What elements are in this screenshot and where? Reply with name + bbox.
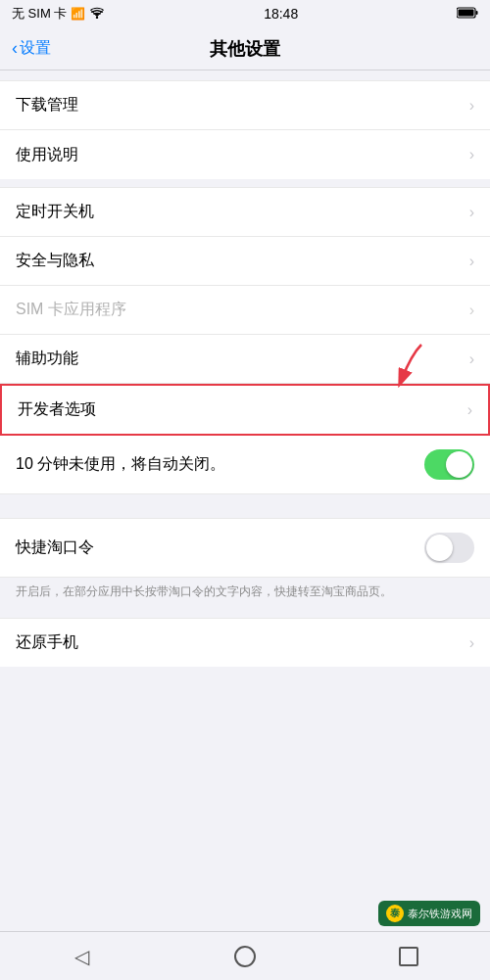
otg-cell[interactable]: 10 分钟未使用，将自动关闭。: [0, 436, 490, 494]
chevron-icon: ›: [469, 634, 474, 652]
status-right: [457, 7, 478, 22]
wifi-icon: [89, 7, 105, 22]
security-label: 安全与隐私: [16, 251, 94, 271]
scheduled-cell[interactable]: 定时开关机 ›: [0, 187, 490, 237]
otg-toggle[interactable]: [424, 449, 474, 480]
status-left: 无 SIM 卡 📶: [12, 5, 105, 23]
chevron-icon: ›: [469, 97, 474, 115]
chevron-icon: ›: [469, 350, 474, 368]
chevron-icon: ›: [467, 401, 472, 419]
back-label: 设置: [20, 38, 51, 59]
chevron-left-icon: ‹: [12, 38, 18, 59]
simapp-cell: SIM 卡应用程序 ›: [0, 286, 490, 335]
settings-group-3: 快捷淘口令 开启后，在部分应用中长按带淘口令的文字内容，快捷转至淘宝商品页。: [0, 518, 490, 610]
page-title: 其他设置: [210, 37, 280, 61]
simapp-label: SIM 卡应用程序: [16, 300, 126, 320]
security-cell[interactable]: 安全与隐私 ›: [0, 237, 490, 286]
home-nav-button[interactable]: [225, 942, 265, 971]
taobao-subtext: 开启后，在部分应用中长按带淘口令的文字内容，快捷转至淘宝商品页。: [0, 578, 490, 610]
nav-back-button[interactable]: ‹ 设置: [12, 38, 51, 59]
otg-label: 10 分钟未使用，将自动关闭。: [16, 454, 225, 475]
developer-label: 开发者选项: [18, 399, 96, 420]
reset-cell[interactable]: 还原手机 ›: [0, 618, 490, 667]
recent-nav-button[interactable]: [389, 942, 428, 971]
nav-bar: ‹ 设置 其他设置: [0, 27, 490, 70]
accessibility-label: 辅助功能: [16, 349, 78, 369]
developer-wrapper: 开发者选项 ›: [0, 384, 490, 436]
otg-subtext: [0, 494, 490, 510]
chevron-icon: ›: [469, 146, 474, 163]
chevron-icon: ›: [469, 253, 474, 270]
bottom-spacer: [0, 675, 490, 733]
chevron-icon: ›: [469, 204, 474, 221]
accessibility-cell[interactable]: 辅助功能 ›: [0, 335, 490, 384]
chevron-icon: ›: [469, 302, 474, 319]
svg-rect-3: [475, 11, 477, 15]
status-bar: 无 SIM 卡 📶 18:48: [0, 0, 490, 27]
bottom-nav: ◁: [0, 931, 490, 980]
taobao-label: 快捷淘口令: [16, 537, 94, 558]
settings-group-1: 下载管理 › 使用说明 ›: [0, 80, 490, 179]
status-time: 18:48: [264, 6, 298, 22]
toggle-knob: [446, 451, 472, 478]
toggle-knob: [426, 535, 453, 561]
reset-label: 还原手机: [16, 632, 78, 653]
back-nav-button[interactable]: ◁: [62, 942, 101, 971]
watermark-text: 泰尔铁游戏网: [408, 907, 472, 921]
download-label: 下载管理: [16, 95, 78, 116]
manual-label: 使用说明: [16, 145, 78, 165]
watermark-icon: 泰: [386, 905, 404, 922]
home-nav-icon: [234, 946, 256, 967]
carrier-text: 无 SIM 卡: [12, 5, 67, 23]
download-cell[interactable]: 下载管理 ›: [0, 80, 490, 130]
taobao-cell[interactable]: 快捷淘口令: [0, 518, 490, 578]
settings-group-2: 定时开关机 › 安全与隐私 › SIM 卡应用程序 › 辅助功能 ›: [0, 187, 490, 510]
developer-cell[interactable]: 开发者选项 ›: [0, 384, 490, 436]
battery-icon: [457, 7, 478, 22]
back-nav-icon: ◁: [74, 945, 89, 968]
svg-point-0: [96, 16, 98, 18]
sim-icon: 📶: [71, 7, 85, 21]
taobao-toggle[interactable]: [424, 533, 474, 563]
watermark-icon-text: 泰: [390, 907, 400, 920]
svg-rect-2: [458, 9, 473, 16]
scheduled-label: 定时开关机: [16, 202, 94, 222]
settings-content: 下载管理 › 使用说明 › 定时开关机 › 安全与隐私 › SIM 卡应用程序 …: [0, 70, 490, 931]
recent-nav-icon: [399, 947, 418, 966]
settings-group-4: 还原手机 ›: [0, 618, 490, 667]
watermark: 泰 泰尔铁游戏网: [378, 901, 480, 926]
manual-cell[interactable]: 使用说明 ›: [0, 130, 490, 179]
